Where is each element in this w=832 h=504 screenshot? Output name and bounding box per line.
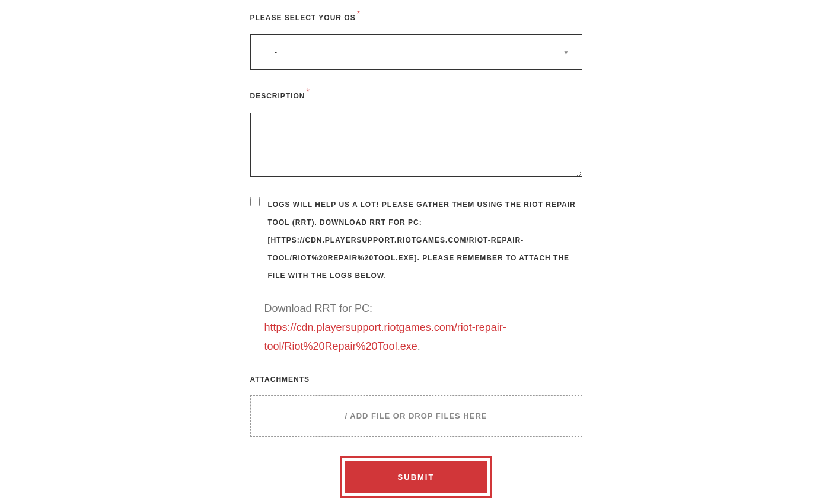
required-indicator: * — [307, 87, 310, 96]
support-form: PLEASE SELECT YOUR OS* - ▼ DESCRIPTION* … — [238, 9, 594, 498]
hint-prefix: Download RRT for PC: — [264, 302, 372, 314]
logs-checkbox-label: LOGS WILL HELP US A LOT! PLEASE GATHER T… — [268, 196, 582, 285]
attachments-field-group: ATTACHMENTS / ADD FILE OR DROP FILES HER… — [250, 375, 582, 437]
hint-suffix: . — [417, 340, 420, 352]
description-textarea[interactable] — [250, 113, 582, 177]
os-field-group: PLEASE SELECT YOUR OS* - ▼ — [250, 9, 582, 70]
attachments-label: ATTACHMENTS — [250, 375, 582, 384]
rrt-download-link[interactable]: https://cdn.playersupport.riotgames.com/… — [264, 321, 506, 352]
submit-button[interactable]: SUBMIT — [345, 461, 488, 493]
dropzone-text: / ADD FILE OR DROP FILES HERE — [345, 412, 487, 420]
os-label: PLEASE SELECT YOUR OS — [250, 14, 356, 22]
logs-checkbox[interactable] — [250, 197, 260, 206]
description-label: DESCRIPTION — [250, 92, 305, 100]
os-select-wrapper: - ▼ — [250, 34, 582, 70]
submit-wrapper: SUBMIT — [250, 456, 582, 498]
submit-outline: SUBMIT — [340, 456, 493, 498]
file-dropzone[interactable]: / ADD FILE OR DROP FILES HERE — [250, 395, 582, 437]
download-hint: Download RRT for PC: https://cdn.players… — [264, 299, 582, 356]
required-indicator: * — [357, 9, 360, 18]
description-field-group: DESCRIPTION* — [250, 87, 582, 178]
os-select[interactable]: - — [250, 34, 582, 70]
logs-checkbox-group: LOGS WILL HELP US A LOT! PLEASE GATHER T… — [250, 196, 582, 285]
